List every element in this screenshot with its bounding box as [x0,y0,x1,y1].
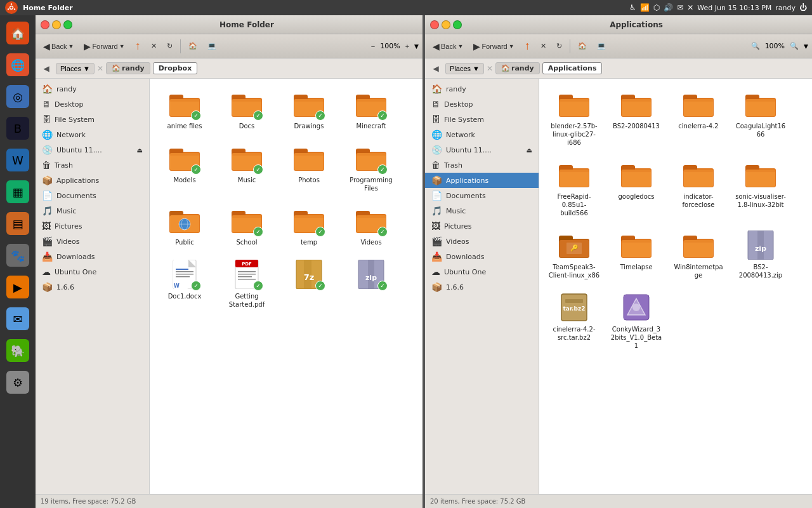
file-item[interactable]: zip BS2-20080413.zip [732,226,789,283]
power-icon[interactable]: ⏻ [799,3,807,12]
right-breadcrumb-randy[interactable]: 🏠randy [495,62,540,74]
sidebar-item-documents[interactable]: 📄Documents [36,188,149,203]
right-back-dropdown[interactable]: ▼ [457,43,463,50]
file-item[interactable]: ✓Drawings [280,85,337,134]
file-item[interactable]: ✓Minecraft [343,85,400,134]
right-computer-button[interactable]: 💻 [593,40,610,52]
sidebar-item-trash[interactable]: 🗑Trash [425,157,539,173]
sidebar-item-ubuntuone[interactable]: ☁Ubuntu One [425,264,539,279]
right-back-button[interactable]: ◀ Back ▼ [429,39,467,53]
launcher-item-gimp[interactable]: 🐾 [3,240,33,271]
file-item[interactable]: 7z ✓ [280,255,337,312]
sidebar-item-downloads[interactable]: 📥Downloads [425,249,539,264]
launcher-item-vlc[interactable]: ▶ [3,272,33,302]
left-reload-button[interactable]: ↻ [163,40,176,52]
left-computer-button[interactable]: 💻 [204,40,220,52]
left-breadcrumb-dropbox[interactable]: Dropbox [153,62,198,74]
sidebar-item-randy[interactable]: 🏠randy [425,81,539,97]
left-back-dropdown[interactable]: ▼ [68,43,74,50]
battery-icon[interactable]: ⬡ [653,3,660,12]
file-item[interactable]: cinelerra-4.2 [670,85,727,150]
app-menu[interactable]: Home Folder [23,4,73,12]
ubuntu-logo[interactable] [5,1,18,14]
right-zoom-in-button[interactable]: 🔍 [786,40,802,52]
sidebar-item-applications[interactable]: 📦Applications [36,173,149,188]
file-item[interactable]: zip ✓ [343,255,400,312]
file-item[interactable]: ConkyWizard_32bits_V1.0_Beta1 [608,288,665,354]
sidebar-item-trash[interactable]: 🗑Trash [36,157,149,173]
sidebar-item-randy[interactable]: 🏠randy [36,81,149,97]
left-home-button[interactable]: 🏠 [185,40,201,52]
accessibility-icon[interactable]: ♿ [629,3,636,12]
right-min-button[interactable] [442,20,450,29]
file-item[interactable]: Photos [280,139,337,196]
sidebar-item-downloads[interactable]: 📥Downloads [36,249,149,264]
left-breadcrumb-randy[interactable]: 🏠randy [106,62,150,74]
left-min-button[interactable] [52,20,61,29]
launcher-item-mail[interactable]: ✉ [3,304,33,334]
file-item[interactable]: ✓temp [280,201,337,250]
right-reload-button[interactable]: ↻ [553,40,566,52]
left-zoom-out-button[interactable]: − [367,41,379,52]
launcher-item-impress[interactable]: ▤ [3,208,33,239]
sidebar-item-videos[interactable]: 🎬Videos [425,234,539,249]
left-zoom-dropdown[interactable]: ▼ [414,43,419,50]
sidebar-item-applications[interactable]: 📦Applications [425,173,539,188]
file-item[interactable]: Public [156,201,213,250]
file-item[interactable]: CoagulaLight1666 [732,85,789,150]
left-max-button[interactable] [63,20,72,29]
file-item[interactable]: Win8internetpage [670,226,727,283]
network-icon[interactable]: 📶 [640,3,650,12]
left-stop-button[interactable]: ✕ [147,40,160,52]
left-zoom-in-button[interactable]: + [402,41,413,52]
file-item[interactable]: indicator-forceclose [670,156,727,221]
right-zoom-out-button[interactable]: 🔍 [747,40,764,52]
sidebar-item-ubuntuone[interactable]: ☁Ubuntu One [36,264,149,279]
left-close-button[interactable] [41,20,49,29]
left-forward-dropdown[interactable]: ▼ [119,43,125,50]
file-item[interactable]: blender-2.57b-linux-glibc27-i686 [546,85,603,150]
file-item[interactable]: googledocs [608,156,665,221]
file-item[interactable]: Timelapse [608,226,665,283]
left-nav-prev[interactable]: ◀ [39,62,53,76]
sidebar-item-videos[interactable]: 🎬Videos [36,234,149,249]
sidebar-item-ubuntu[interactable]: 💿Ubuntu 11....⏏ [425,142,539,157]
launcher-item-theme[interactable]: ◎ [3,81,33,112]
file-item[interactable]: W ✓Doc1.docx [156,255,213,312]
file-item[interactable]: ✓anime files [156,85,213,134]
left-up-button[interactable]: ↑ [131,37,145,55]
sidebar-item-music[interactable]: 🎵Music [36,203,149,218]
right-stop-button[interactable]: ✕ [537,40,550,52]
right-up-button[interactable]: ↑ [521,37,534,55]
file-item[interactable]: BS2-20080413 [608,85,665,150]
left-loc-close[interactable]: ✕ [97,64,103,73]
sidebar-item-pictures[interactable]: 🖼Pictures [36,218,149,234]
launcher-item-home[interactable]: 🏠 [3,18,33,48]
im-icon[interactable]: ✕ [687,3,693,12]
file-item[interactable]: tar.bz2 cinelerra-4.2-src.tar.bz2 [546,288,603,354]
sidebar-item-pictures[interactable]: 🖼Pictures [425,218,539,234]
right-max-button[interactable] [453,20,462,29]
file-item[interactable]: FreeRapid-0.85u1-build566 [546,156,603,221]
file-item[interactable]: ✓Models [156,139,213,196]
sidebar-item-music[interactable]: 🎵Music [425,203,539,218]
launcher-item-byobu[interactable]: B [3,113,33,144]
right-forward-button[interactable]: ▶ Forward ▼ [469,39,518,53]
file-item[interactable]: ✓Docs [218,85,275,134]
sidebar-item-desktop[interactable]: 🖥Desktop [36,97,149,112]
sidebar-item-filesystem[interactable]: 🗄File System [425,112,539,127]
launcher-item-libreoffice[interactable]: W [3,145,33,175]
right-forward-dropdown[interactable]: ▼ [509,43,514,50]
datetime[interactable]: Wed Jun 15 10:13 PM [697,4,771,12]
sidebar-item-documents[interactable]: 📄Documents [425,188,539,203]
sidebar-eject-ubuntu[interactable]: ⏏ [527,147,532,154]
right-close-button[interactable] [430,20,439,29]
sidebar-item-166[interactable]: 📦1.6.6 [425,279,539,295]
right-zoom-dropdown[interactable]: ▼ [804,43,808,50]
left-back-button[interactable]: ◀ Back ▼ [39,39,77,53]
sidebar-eject-ubuntu[interactable]: ⏏ [137,147,143,154]
launcher-item-firefox[interactable]: 🌐 [3,50,33,80]
file-item[interactable]: ✓Music [218,139,275,196]
sidebar-item-166[interactable]: 📦1.6.6 [36,279,149,295]
file-item[interactable]: ✓School [218,201,275,250]
